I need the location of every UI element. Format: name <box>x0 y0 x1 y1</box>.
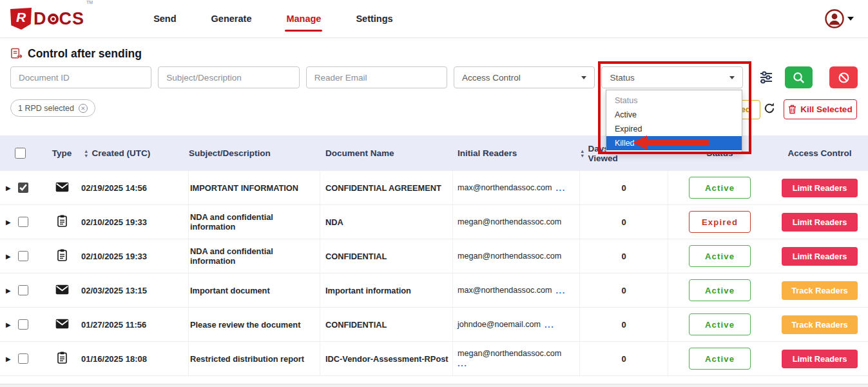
sort-created-icon[interactable]: ▲▼ <box>84 149 88 158</box>
created-date: 01/16/2025 18:08 <box>81 354 147 364</box>
created-date: 02/10/2025 19:33 <box>81 217 147 227</box>
expand-row-icon[interactable]: ▶ <box>6 219 11 226</box>
days-viewed-value: 0 <box>621 217 626 227</box>
subject-text: Important document <box>190 286 270 295</box>
header-document-name: Document Name <box>325 148 394 158</box>
logo-flag-icon: R <box>10 8 32 30</box>
access-control-button[interactable]: Limit Readers <box>782 213 858 232</box>
status-option-killed[interactable]: Killed <box>606 136 742 150</box>
expand-row-icon[interactable]: ▶ <box>6 321 11 328</box>
status-badge: Active <box>689 313 751 335</box>
status-select-label: Status <box>610 73 634 83</box>
document-name: CONFIDENTIAL <box>325 252 387 261</box>
page-title: Control after sending <box>28 47 142 61</box>
control-after-sending-icon <box>10 48 23 60</box>
expand-row-icon[interactable]: ▶ <box>6 287 11 294</box>
user-account-menu[interactable] <box>825 9 854 28</box>
table-row: ▶02/19/2025 14:56IMPORTANT INFORMATIONCO… <box>0 171 868 205</box>
logo-wordmark: D C S <box>34 9 84 29</box>
subject-text: NDA and confidential information <box>190 246 320 266</box>
refresh-icon[interactable] <box>763 102 776 117</box>
kill-selected-label: Kill Selected <box>800 104 852 114</box>
envelope-icon <box>55 319 69 331</box>
status-select[interactable]: Status <box>601 66 742 88</box>
header-subject: Subject/Description <box>189 148 271 158</box>
document-icon <box>57 215 67 229</box>
row-checkbox[interactable] <box>18 217 28 227</box>
document-icon <box>57 249 67 263</box>
created-date: 02/03/2025 13:15 <box>81 286 147 295</box>
nav-item-send[interactable]: Send <box>152 10 177 28</box>
row-checkbox[interactable] <box>18 285 28 295</box>
status-dropdown-panel: StatusActiveExpiredKilled <box>606 90 742 153</box>
status-option-status[interactable]: Status <box>606 94 742 108</box>
days-viewed-value: 0 <box>621 354 626 364</box>
subject-text: Restricted distribution report <box>190 354 304 364</box>
access-control-button[interactable]: Limit Readers <box>782 350 858 368</box>
access-control-select[interactable]: Access Control <box>454 66 595 88</box>
reader-email-input[interactable] <box>306 66 447 88</box>
access-control-button[interactable]: Track Readers <box>782 281 858 300</box>
status-option-expired[interactable]: Expired <box>606 122 742 136</box>
trademark-label: TM <box>86 0 93 5</box>
logo-o-icon <box>48 14 59 25</box>
row-checkbox[interactable] <box>18 251 28 261</box>
table-row: ▶02/03/2025 13:15Important documentImpor… <box>0 273 868 308</box>
reader-email: max@northendassoc.com <box>458 286 552 295</box>
more-readers-link[interactable]: ... <box>458 359 467 368</box>
reader-email: megan@northendassoc.com <box>458 217 561 226</box>
access-control-button[interactable]: Track Readers <box>782 315 858 334</box>
table-row: ▶01/27/2025 11:56Please review the docum… <box>0 308 868 342</box>
page-header: Control after sending <box>0 38 868 66</box>
more-readers-link[interactable]: ... <box>545 320 554 330</box>
rdocs-logo[interactable]: R D C S TM <box>10 8 93 30</box>
days-viewed-value: 0 <box>621 320 626 330</box>
access-control-button[interactable]: Limit Readers <box>782 247 858 266</box>
main-nav: Send Generate Manage Settings <box>152 10 394 28</box>
days-viewed-value: 0 <box>621 286 626 295</box>
status-badge: Active <box>689 279 751 301</box>
kill-selected-button[interactable]: Kill Selected <box>784 99 857 119</box>
more-readers-link[interactable]: ... <box>555 183 565 193</box>
expand-row-icon[interactable]: ▶ <box>6 184 11 192</box>
access-control-button[interactable]: Limit Readers <box>782 179 858 197</box>
row-checkbox[interactable] <box>18 353 28 364</box>
chevron-down-icon <box>581 76 586 79</box>
days-viewed-value: 0 <box>621 252 626 261</box>
days-viewed-value: 0 <box>621 183 626 193</box>
search-icon <box>793 72 805 84</box>
clear-filters-button[interactable] <box>829 66 858 88</box>
subject-description-input[interactable] <box>158 66 299 88</box>
app-window: R D C S TM Send Generate Manage Settings… <box>0 0 868 387</box>
document-name: CONFIDENTIAL <box>325 320 387 330</box>
advanced-filters-icon[interactable] <box>758 70 774 84</box>
logo-letter-s: S <box>72 9 84 29</box>
expand-row-icon[interactable]: ▶ <box>6 355 11 362</box>
documents-table: Type ▲▼Created (UTC) Subject/Description… <box>0 135 868 387</box>
document-id-input[interactable] <box>10 66 151 88</box>
status-badge: Active <box>689 177 751 199</box>
remove-chip-icon[interactable]: ✕ <box>79 104 88 113</box>
status-option-active[interactable]: Active <box>606 108 742 122</box>
row-checkbox[interactable] <box>18 183 28 193</box>
expand-row-icon[interactable]: ▶ <box>6 253 11 260</box>
select-all-checkbox[interactable] <box>15 148 26 159</box>
status-badge: Expired <box>689 211 751 233</box>
header-initial-readers: Initial Readers <box>458 148 517 158</box>
nav-item-manage[interactable]: Manage <box>285 10 322 28</box>
created-date: 02/19/2025 14:56 <box>81 183 147 193</box>
sort-days-viewed-icon[interactable]: ▲▼ <box>580 149 584 158</box>
selected-filter-chip[interactable]: 1 RPD selected ✕ <box>10 99 95 117</box>
more-readers-link[interactable]: ... <box>555 286 565 295</box>
next-row-sliver <box>0 384 868 387</box>
nav-item-settings[interactable]: Settings <box>354 10 394 28</box>
trash-icon <box>788 104 796 114</box>
header-type: Type <box>52 148 72 158</box>
document-name: CONFIDENTIAL AGREEMENT <box>325 183 441 193</box>
nav-item-generate[interactable]: Generate <box>210 10 253 28</box>
search-button[interactable] <box>785 66 813 88</box>
document-name: NDA <box>325 217 343 227</box>
envelope-icon <box>55 182 69 194</box>
logo-letter-d: D <box>34 9 47 29</box>
row-checkbox[interactable] <box>18 319 28 330</box>
